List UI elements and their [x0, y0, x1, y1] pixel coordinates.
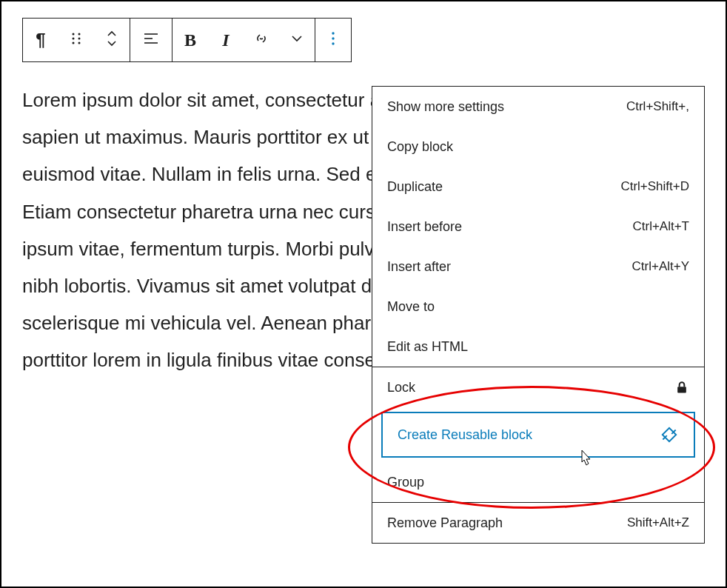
reusable-icon	[660, 425, 679, 444]
menu-label: Move to	[387, 299, 435, 315]
svg-point-0	[73, 33, 75, 36]
menu-label: Create Reusable block	[398, 427, 532, 443]
menu-item-group[interactable]: Group	[372, 462, 704, 502]
italic-icon: I	[222, 30, 229, 50]
menu-label: Show more settings	[387, 99, 504, 115]
menu-item-insert-before[interactable]: Insert beforeCtrl+Alt+T	[372, 207, 704, 247]
menu-item-lock[interactable]: Lock	[372, 367, 704, 407]
menu-shortcut: Ctrl+Alt+T	[632, 219, 689, 234]
toolbar-group-options	[315, 18, 352, 62]
bold-button[interactable]: B	[172, 19, 208, 61]
svg-point-2	[73, 38, 75, 40]
menu-label: Remove Paragraph	[387, 515, 503, 531]
bold-icon: B	[184, 30, 196, 50]
kebab-icon	[324, 30, 342, 50]
menu-section-3: Remove ParagraphShift+Alt+Z	[372, 503, 704, 543]
align-button[interactable]	[130, 19, 172, 61]
menu-shortcut: Shift+Alt+Z	[627, 515, 689, 530]
menu-label: Insert after	[387, 259, 451, 275]
menu-shortcut: Ctrl+Shift+,	[626, 99, 689, 114]
svg-point-9	[332, 32, 334, 34]
svg-point-1	[78, 33, 81, 36]
menu-section-1: Show more settingsCtrl+Shift+, Copy bloc…	[372, 87, 704, 367]
menu-section-2: Lock Create Reusable block Group	[372, 367, 704, 503]
mover-icon	[103, 30, 121, 50]
chevron-down-icon	[288, 30, 306, 50]
block-options-menu: Show more settingsCtrl+Shift+, Copy bloc…	[372, 86, 705, 544]
drag-handle-button[interactable]	[58, 19, 94, 61]
svg-point-3	[78, 38, 81, 40]
svg-point-10	[332, 37, 334, 39]
menu-shortcut: Ctrl+Alt+Y	[632, 259, 689, 274]
menu-label: Group	[387, 475, 424, 490]
menu-item-show-more-settings[interactable]: Show more settingsCtrl+Shift+,	[372, 87, 704, 127]
editor-frame: ¶ B I Lorem ipsum dolor sit amet, consec…	[0, 0, 727, 588]
options-button[interactable]	[315, 19, 351, 61]
menu-label: Lock	[387, 380, 415, 395]
menu-item-remove-paragraph[interactable]: Remove ParagraphShift+Alt+Z	[372, 503, 704, 543]
lock-icon	[674, 380, 689, 395]
menu-shortcut: Ctrl+Shift+D	[620, 179, 689, 194]
paragraph-icon: ¶	[36, 30, 45, 50]
toolbar-group-format: B I	[172, 18, 315, 62]
svg-point-4	[73, 42, 75, 44]
link-button[interactable]	[244, 19, 279, 61]
svg-point-11	[332, 42, 334, 44]
menu-item-insert-after[interactable]: Insert afterCtrl+Alt+Y	[372, 247, 704, 287]
menu-item-duplicate[interactable]: DuplicateCtrl+Shift+D	[372, 167, 704, 207]
menu-item-copy-block[interactable]: Copy block	[372, 127, 704, 167]
link-icon	[252, 30, 270, 50]
toolbar-group-align	[130, 18, 172, 62]
svg-rect-12	[677, 387, 686, 392]
menu-label: Copy block	[387, 139, 453, 155]
drag-icon	[67, 30, 85, 50]
block-type-button[interactable]: ¶	[23, 19, 58, 61]
menu-label: Insert before	[387, 219, 462, 235]
more-format-button[interactable]	[279, 19, 315, 61]
toolbar-group-block: ¶	[22, 18, 130, 62]
menu-item-create-reusable-block[interactable]: Create Reusable block	[381, 412, 695, 458]
svg-rect-13	[663, 428, 676, 441]
menu-item-move-to[interactable]: Move to	[372, 287, 704, 327]
block-toolbar: ¶ B I	[22, 18, 726, 62]
move-up-down-button[interactable]	[94, 19, 130, 61]
align-left-icon	[142, 30, 160, 50]
svg-point-5	[78, 42, 81, 44]
italic-button[interactable]: I	[208, 19, 244, 61]
menu-item-edit-as-html[interactable]: Edit as HTML	[372, 327, 704, 367]
menu-label: Duplicate	[387, 179, 443, 195]
menu-label: Edit as HTML	[387, 339, 468, 355]
